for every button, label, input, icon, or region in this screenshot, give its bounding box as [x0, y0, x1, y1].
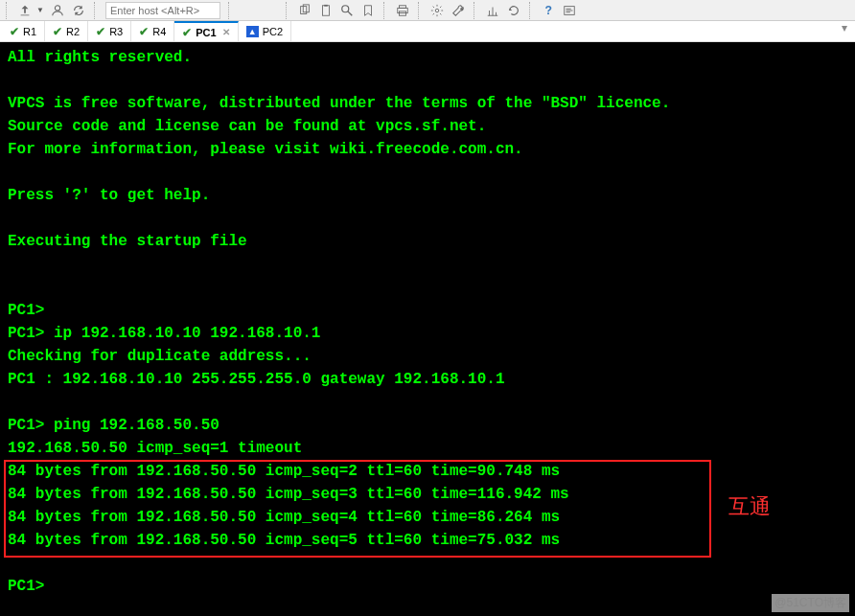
check-icon: ✔	[53, 25, 62, 38]
terminal-line: All rights reserved.	[8, 46, 847, 69]
toolbar-separator	[286, 2, 289, 19]
terminal-line: Executing the startup file	[8, 230, 847, 253]
terminal-line	[8, 253, 847, 276]
host-input[interactable]	[105, 2, 220, 19]
bookmark-icon[interactable]	[360, 3, 376, 18]
annotation-box	[4, 460, 711, 558]
terminal-line: For more information, please visit wiki.…	[8, 138, 847, 161]
chevron-down-icon[interactable]: ▼	[36, 6, 44, 14]
script-icon[interactable]	[562, 3, 577, 18]
tab-pc2[interactable]: ▲ PC2	[239, 21, 291, 41]
chart-icon[interactable]	[485, 3, 500, 18]
svg-point-0	[55, 5, 59, 10]
terminal-line	[8, 161, 847, 184]
terminal-line: PC1>	[8, 299, 847, 322]
check-icon: ✔	[96, 25, 105, 38]
toolbar-separator	[228, 2, 232, 19]
tab-menu-icon[interactable]: ▾	[834, 21, 855, 41]
tab-r3[interactable]: ✔ R3	[88, 21, 131, 41]
copy-icon[interactable]	[297, 3, 312, 18]
tab-label: PC1	[196, 27, 216, 38]
toolbar-separator	[418, 2, 422, 19]
terminal-line: PC1 : 192.168.10.10 255.255.255.0 gatewa…	[8, 368, 847, 391]
tab-label: R3	[109, 26, 123, 37]
terminal-line: Source code and license can be found at …	[8, 115, 847, 138]
find-icon[interactable]	[339, 3, 355, 18]
svg-point-5	[342, 5, 349, 11]
tab-r2[interactable]: ✔ R2	[45, 21, 88, 41]
tab-r4[interactable]: ✔ R4	[131, 21, 174, 41]
terminal-line	[8, 276, 847, 299]
gear-icon[interactable]	[429, 3, 445, 18]
check-icon: ✔	[182, 26, 192, 39]
watermark: @51CTO博客	[772, 594, 849, 612]
terminal-line	[8, 207, 847, 230]
toolbar-separator	[474, 2, 477, 19]
toolbar: ▼ ?	[0, 0, 855, 21]
upload-icon[interactable]	[17, 3, 33, 18]
tools-icon[interactable]	[451, 3, 466, 18]
terminal-line: VPCS is free software, distributed under…	[8, 92, 847, 115]
svg-text:?: ?	[544, 4, 551, 17]
terminal-line: PC1> ping 192.168.50.50	[8, 414, 847, 437]
close-icon[interactable]: ✕	[222, 27, 230, 37]
check-icon: ✔	[10, 25, 19, 38]
terminal-line: Press '?' to get help.	[8, 184, 847, 207]
tab-label: R4	[152, 26, 166, 37]
toolbar-separator	[383, 2, 387, 19]
profile-icon[interactable]	[50, 3, 65, 18]
check-icon: ✔	[139, 25, 149, 38]
terminal-line	[8, 391, 847, 414]
svg-rect-4	[324, 4, 328, 6]
tab-pc1[interactable]: ✔ PC1 ✕	[174, 21, 238, 41]
svg-rect-3	[322, 5, 329, 15]
tab-label: R1	[23, 26, 36, 37]
terminal-line: PC1>	[8, 575, 847, 598]
terminal[interactable]: All rights reserved. VPCS is free softwa…	[0, 42, 855, 616]
tabs-bar: ✔ R1 ✔ R2 ✔ R3 ✔ R4 ✔ PC1 ✕ ▲ PC2 ▾	[0, 21, 855, 42]
print-icon[interactable]	[395, 3, 410, 18]
reconnect-icon[interactable]	[71, 3, 86, 18]
svg-point-9	[435, 9, 439, 12]
terminal-line: 192.168.50.50 icmp_seq=1 timeout	[8, 437, 847, 460]
terminal-line: PC1> ip 192.168.10.10 192.168.10.1	[8, 322, 847, 345]
terminal-line: Checking for duplicate address...	[8, 345, 847, 368]
refresh-icon[interactable]	[506, 3, 521, 18]
tab-label: PC2	[263, 26, 283, 37]
toolbar-separator	[529, 2, 533, 19]
tab-r1[interactable]: ✔ R1	[2, 21, 45, 41]
tab-label: R2	[66, 26, 80, 37]
paste-icon[interactable]	[318, 3, 334, 18]
annotation-text: 互通	[728, 491, 771, 522]
terminal-line	[8, 69, 847, 92]
warning-icon: ▲	[246, 26, 259, 37]
toolbar-separator	[6, 2, 10, 19]
help-icon[interactable]: ?	[541, 3, 556, 18]
toolbar-separator	[94, 2, 98, 19]
